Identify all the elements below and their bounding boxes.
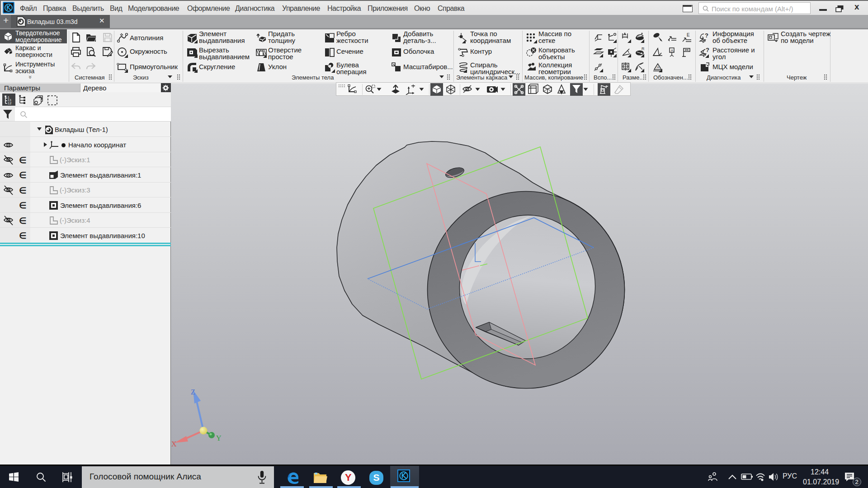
svg-text:A: A [671,48,674,53]
svg-text:12: 12 [8,102,11,105]
svg-text:?: ? [706,47,709,53]
svg-text:A: A [657,65,660,70]
svg-text:X: X [171,440,177,448]
svg-text:Y: Y [216,434,222,442]
svg-text:Z: Z [191,388,195,396]
svg-text:R: R [642,47,645,51]
svg-text:?: ? [705,32,708,39]
svg-text:E: E [687,33,690,38]
